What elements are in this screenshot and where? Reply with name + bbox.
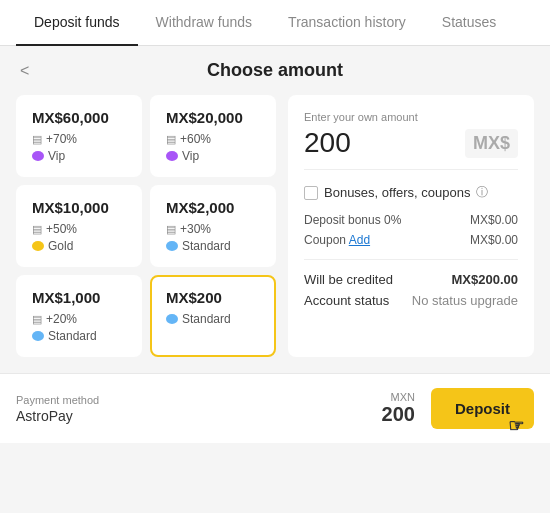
account-status-row: Account status No status upgrade [304,293,518,308]
payment-method-section: Payment method AstroPay [16,394,99,424]
card-bonus-2: ▤ +60% [166,132,260,146]
card-bonus-5: ▤ +20% [32,312,126,326]
will-be-credited-label: Will be credited [304,272,393,287]
bonuses-label: Bonuses, offers, coupons [324,185,470,200]
footer-amount-section: MXN 200 [382,391,415,426]
amount-row: 200 MX$ [304,127,518,170]
card-tier-6: Standard [166,312,260,326]
tab-withdraw[interactable]: Withdraw funds [138,0,270,46]
card-bonus-1: ▤ +70% [32,132,126,146]
bonus-icon-2: ▤ [166,133,176,146]
footer: Payment method AstroPay MXN 200 Deposit … [0,373,550,443]
amount-card-4[interactable]: MX$2,000 ▤ +30% Standard [150,185,276,267]
payment-method-value: AstroPay [16,408,99,424]
cursor-icon: ☞ [508,415,524,437]
footer-amount-value: 200 [382,403,415,426]
deposit-bonus-value: MX$0.00 [470,213,518,227]
card-amount-4: MX$2,000 [166,199,260,216]
amount-card-5[interactable]: MX$1,000 ▤ +20% Standard [16,275,142,357]
tier-dot-6 [166,314,178,324]
card-bonus-4: ▤ +30% [166,222,260,236]
coupon-add-link[interactable]: Add [349,233,370,247]
account-status-label: Account status [304,293,389,308]
amount-display[interactable]: 200 [304,127,351,159]
header-bar: < Choose amount [0,46,550,95]
tab-statuses[interactable]: Statuses [424,0,514,46]
tier-dot-1 [32,151,44,161]
will-be-credited-row: Will be credited MX$200.00 [304,272,518,287]
tier-dot-2 [166,151,178,161]
tier-dot-5 [32,331,44,341]
card-amount-5: MX$1,000 [32,289,126,306]
card-tier-5: Standard [32,329,126,343]
coupon-row: Coupon Add MX$0.00 [304,233,518,247]
card-tier-3: Gold [32,239,126,253]
card-tier-2: Vip [166,149,260,163]
right-panel: Enter your own amount 200 MX$ Bonuses, o… [288,95,534,357]
amount-card-6[interactable]: MX$200 Standard [150,275,276,357]
bonuses-checkbox[interactable] [304,186,318,200]
content-area: < Choose amount MX$60,000 ▤ +70% Vip MX$… [0,46,550,443]
card-tier-1: Vip [32,149,126,163]
main-layout: MX$60,000 ▤ +70% Vip MX$20,000 ▤ +60% [0,95,550,369]
amount-card-2[interactable]: MX$20,000 ▤ +60% Vip [150,95,276,177]
panel-divider [304,259,518,260]
page-title: Choose amount [20,60,530,81]
bonus-icon-3: ▤ [32,223,42,236]
info-icon[interactable]: ⓘ [476,184,488,201]
footer-right: MXN 200 Deposit ☞ [382,388,534,429]
footer-currency: MXN [382,391,415,403]
card-amount-6: MX$200 [166,289,260,306]
tab-history[interactable]: Transaction history [270,0,424,46]
back-button[interactable]: < [20,62,29,80]
payment-method-label: Payment method [16,394,99,406]
coupon-value: MX$0.00 [470,233,518,247]
card-bonus-3: ▤ +50% [32,222,126,236]
deposit-button[interactable]: Deposit ☞ [431,388,534,429]
tier-dot-4 [166,241,178,251]
card-amount-3: MX$10,000 [32,199,126,216]
tab-deposit[interactable]: Deposit funds [16,0,138,46]
card-amount-1: MX$60,000 [32,109,126,126]
deposit-bonus-row: Deposit bonus 0% MX$0.00 [304,213,518,227]
amount-card-3[interactable]: MX$10,000 ▤ +50% Gold [16,185,142,267]
deposit-bonus-label: Deposit bonus 0% [304,213,401,227]
bonuses-row: Bonuses, offers, coupons ⓘ [304,184,518,201]
coupon-label: Coupon Add [304,233,370,247]
tabs-bar: Deposit funds Withdraw funds Transaction… [0,0,550,46]
amount-input-label: Enter your own amount [304,111,518,123]
amount-card-1[interactable]: MX$60,000 ▤ +70% Vip [16,95,142,177]
card-amount-2: MX$20,000 [166,109,260,126]
currency-badge: MX$ [465,129,518,158]
bonus-icon-5: ▤ [32,313,42,326]
bonus-icon-4: ▤ [166,223,176,236]
will-be-credited-value: MX$200.00 [452,272,519,287]
cards-grid: MX$60,000 ▤ +70% Vip MX$20,000 ▤ +60% [16,95,276,357]
card-tier-4: Standard [166,239,260,253]
account-status-value: No status upgrade [412,293,518,308]
tier-dot-3 [32,241,44,251]
bonus-icon-1: ▤ [32,133,42,146]
